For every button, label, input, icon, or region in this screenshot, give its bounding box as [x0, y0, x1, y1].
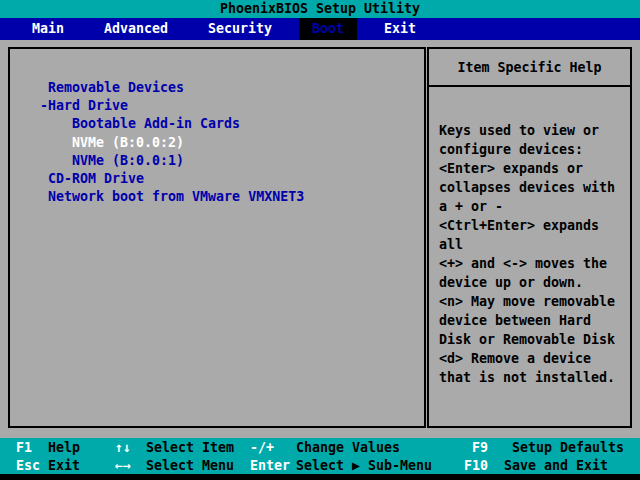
hint-label: Exit	[48, 458, 80, 474]
hint-label: Change Values	[296, 440, 400, 456]
tab-main[interactable]: Main	[32, 18, 64, 40]
tab-advanced[interactable]: Advanced	[104, 18, 168, 40]
hint-key: -/+	[250, 440, 274, 456]
hint-key: Esc	[16, 458, 40, 474]
boot-device-item[interactable]: Bootable Add-in Cards	[72, 116, 240, 132]
help-line: <Enter> expands or	[439, 159, 629, 178]
boot-device-item[interactable]: NVMe (B:0.0:1)	[72, 153, 184, 169]
hint-label: Select Item	[146, 440, 234, 456]
boot-device-item[interactable]: Network boot from VMware VMXNET3	[48, 189, 304, 205]
hint-label: Select ▶ Sub-Menu	[296, 458, 432, 474]
hint-label: Save and Exit	[504, 458, 608, 474]
help-line: that is not installed.	[439, 368, 629, 387]
menu-bar: MainAdvancedSecurityBootExit	[0, 18, 640, 40]
help-line: device up or down.	[439, 273, 629, 292]
boot-device-item[interactable]: NVMe (B:0.0:2)	[72, 135, 184, 151]
help-line: <+> and <-> moves the	[439, 254, 629, 273]
help-line: <d> Remove a device	[439, 349, 629, 368]
hint-key: ←→	[115, 458, 131, 474]
bios-setup-screen: PhoenixBIOS Setup Utility MainAdvancedSe…	[0, 0, 640, 480]
title-bar: PhoenixBIOS Setup Utility	[0, 0, 640, 18]
help-line: Disk or Removable Disk	[439, 330, 629, 349]
hint-label: Select Menu	[146, 458, 234, 474]
boot-device-item[interactable]: Removable Devices	[48, 80, 184, 96]
boot-device-item[interactable]: -Hard Drive	[40, 98, 128, 114]
help-line: <Ctrl+Enter> expands	[439, 216, 629, 235]
page-title: PhoenixBIOS Setup Utility	[220, 1, 420, 16]
hint-key: F9	[472, 440, 488, 456]
tab-security[interactable]: Security	[208, 18, 272, 40]
help-line: all	[439, 235, 629, 254]
tab-exit[interactable]: Exit	[384, 18, 416, 40]
help-text: Keys used to view orconfigure devices:<E…	[439, 121, 629, 387]
hint-key: Enter	[250, 458, 290, 474]
help-line: Keys used to view or	[439, 121, 629, 140]
help-line: device between Hard	[439, 311, 629, 330]
help-line: a + or -	[439, 197, 629, 216]
footer-strip	[0, 474, 640, 480]
hint-label: Help	[48, 440, 80, 456]
key-hint-bar: F1Help↑↓Select Item-/+Change ValuesF9Set…	[0, 438, 640, 474]
help-title: Item Specific Help	[457, 60, 601, 75]
help-line: <n> May move removable	[439, 292, 629, 311]
help-line: configure devices:	[439, 140, 629, 159]
help-panel-header: Item Specific Help	[429, 49, 630, 87]
boot-devices-panel: Removable Devices-Hard DriveBootable Add…	[8, 47, 426, 428]
hint-key: F10	[464, 458, 488, 474]
help-panel: Item Specific Help Keys used to view orc…	[427, 47, 632, 428]
tab-boot[interactable]: Boot	[299, 18, 357, 40]
help-line: collapses devices with	[439, 178, 629, 197]
hint-key: ↑↓	[115, 440, 131, 456]
hint-key: F1	[16, 440, 32, 456]
hint-label: Setup Defaults	[512, 440, 624, 456]
boot-device-item[interactable]: CD-ROM Drive	[48, 171, 144, 187]
